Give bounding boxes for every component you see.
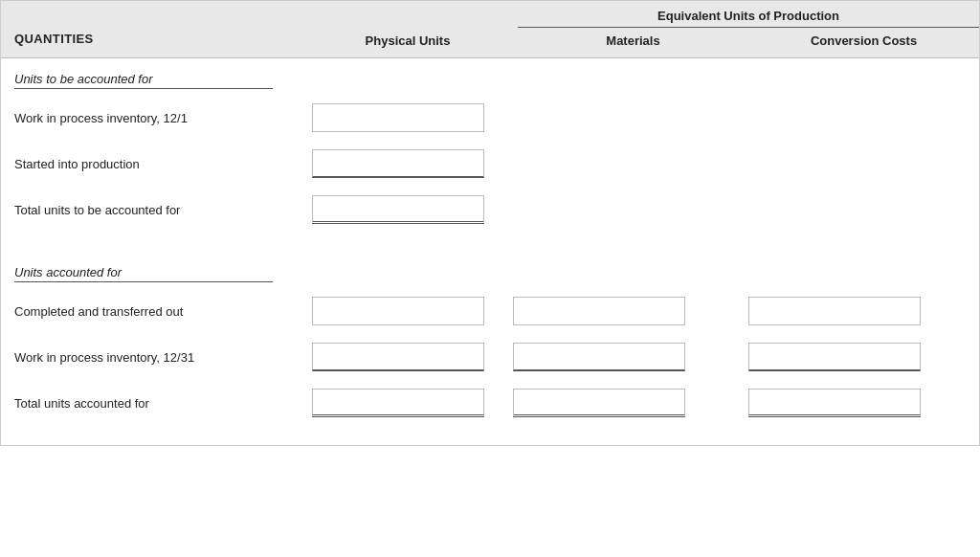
total-units-accounted-label: Total units accounted for <box>14 396 298 411</box>
wip-12-1-label: Work in process inventory, 12/1 <box>14 111 298 125</box>
eup-banner: Equivalent Units of Production <box>518 1 979 28</box>
completed-transferred-conversion-cell <box>700 297 969 325</box>
total-units-accounted-materials-input[interactable] <box>513 389 685 417</box>
completed-transferred-physical-input[interactable] <box>312 297 484 325</box>
materials-header: Materials <box>518 28 748 57</box>
completed-transferred-label: Completed and transferred out <box>14 304 298 319</box>
started-production-physical-cell <box>298 149 499 178</box>
section-units-accounted: Units accounted for <box>1 252 979 288</box>
section2-label: Units accounted for <box>14 265 273 282</box>
row-wip-12-31: Work in process inventory, 12/31 <box>1 334 979 380</box>
total-units-to-account-label: Total units to be accounted for <box>14 203 298 217</box>
wip-12-1-physical-cell <box>298 103 499 132</box>
row-total-units-accounted: Total units accounted for <box>1 380 979 426</box>
eup-sub-headers: Materials Conversion Costs <box>518 28 979 57</box>
total-units-accounted-physical-input[interactable] <box>312 389 484 417</box>
row-total-units-to-account: Total units to be accounted for <box>1 187 979 233</box>
completed-transferred-conversion-input[interactable] <box>748 297 921 325</box>
wip-12-31-label: Work in process inventory, 12/31 <box>14 350 298 365</box>
section-units-to-be-accounted: Units to be accounted for <box>1 58 979 95</box>
wip-12-31-physical-input[interactable] <box>312 343 484 371</box>
wip-12-31-physical-cell <box>298 343 499 371</box>
completed-transferred-materials-input[interactable] <box>513 297 685 325</box>
total-units-accounted-materials-cell <box>499 389 700 417</box>
quantities-header-cell: QUANTITIES <box>1 1 298 57</box>
completed-transferred-physical-cell <box>298 297 499 325</box>
wip-12-31-conversion-input[interactable] <box>748 343 921 371</box>
wip-12-31-conversion-cell <box>700 343 969 371</box>
total-units-accounted-physical-cell <box>298 389 499 417</box>
wip-12-1-physical-input[interactable] <box>312 103 484 132</box>
row-completed-transferred: Completed and transferred out <box>1 288 979 334</box>
total-units-to-account-physical-input[interactable] <box>312 195 484 224</box>
table-header: QUANTITIES Physical Units Equivalent Uni… <box>1 1 979 58</box>
row-wip-12-1: Work in process inventory, 12/1 <box>1 95 979 141</box>
quantities-label: QUANTITIES <box>14 32 94 46</box>
started-production-label: Started into production <box>14 157 298 171</box>
spacer1 <box>1 233 979 252</box>
spacer2 <box>1 426 979 445</box>
right-header: Physical Units Equivalent Units of Produ… <box>298 1 979 57</box>
total-units-to-account-physical-cell <box>298 195 499 224</box>
completed-transferred-materials-cell <box>499 297 700 325</box>
total-units-accounted-conversion-input[interactable] <box>748 389 921 417</box>
started-production-physical-input[interactable] <box>312 149 484 178</box>
section1-label: Units to be accounted for <box>14 72 273 89</box>
production-table: QUANTITIES Physical Units Equivalent Uni… <box>0 0 980 446</box>
row-started-production: Started into production <box>1 141 979 187</box>
conversion-costs-header: Conversion Costs <box>748 28 979 57</box>
wip-12-31-materials-input[interactable] <box>513 343 685 371</box>
physical-units-header: Physical Units <box>298 28 518 57</box>
total-units-accounted-conversion-cell <box>700 389 969 417</box>
wip-12-31-materials-cell <box>499 343 700 371</box>
